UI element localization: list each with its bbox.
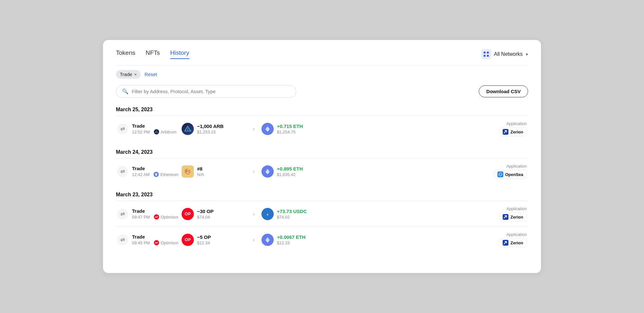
app-label: Application	[506, 121, 527, 126]
col-type: Trade 09:45 PM OPOptimism	[117, 234, 182, 245]
search-input[interactable]	[132, 89, 290, 94]
transactions-container: March 25, 2023 Trade 12:52 PM Arbitrum	[116, 107, 528, 252]
table-row[interactable]: Trade 12:52 PM Arbitrum −1,000 ARB $1,25…	[116, 116, 528, 142]
col-to: $ +73.73 USDC $74.02	[261, 208, 332, 220]
tab-nfts[interactable]: NFTs	[146, 49, 160, 59]
app-badge: Zerion	[499, 238, 527, 247]
tab-divider	[116, 65, 528, 65]
col-to: +0.895 ETH $1,635.42	[261, 165, 332, 178]
arrow-icon: ›	[246, 126, 261, 132]
to-amount: +0.715 ETH	[277, 123, 303, 129]
tx-type: Trade	[132, 208, 178, 214]
app-name: OpenSea	[505, 172, 523, 177]
asset-info: −5 OP $12.34	[197, 234, 211, 245]
svg-text:$: $	[267, 213, 268, 216]
col-type: Trade 12:42 AM Ethereum	[117, 166, 182, 177]
to-amount: +0.0067 ETH	[277, 234, 306, 240]
table-row[interactable]: Trade 09:45 PM OPOptimism OP −5 OP $12.3…	[116, 227, 528, 252]
to-info: +0.715 ETH $1,254.75	[277, 123, 303, 134]
app-label: Application	[506, 232, 527, 237]
svg-marker-4	[155, 131, 158, 133]
col-app: Application OpenSea	[494, 164, 527, 179]
col-from: OP −5 OP $12.34	[182, 234, 246, 246]
app-name: Zerion	[510, 215, 523, 220]
to-usd: $74.02	[277, 215, 307, 220]
to-amount: +0.895 ETH	[277, 166, 303, 171]
col-from: 🎨 #8 N/A	[182, 165, 246, 178]
svg-rect-2	[484, 55, 486, 57]
arrow-icon: ›	[246, 211, 261, 217]
svg-rect-3	[487, 55, 489, 57]
optimism-badge: OP	[154, 240, 159, 245]
zerion-icon	[503, 240, 508, 246]
op-icon: OP	[182, 208, 194, 220]
tx-meta: 09:45 PM OPOptimism	[132, 240, 178, 245]
search-download-row: 🔍 Download CSV	[116, 85, 528, 98]
svg-rect-0	[484, 52, 486, 54]
col-type: Trade 09:47 PM OPOptimism	[117, 208, 182, 220]
from-usd: $12.34	[197, 240, 211, 245]
trade-icon	[117, 209, 128, 220]
main-card: Tokens NFTs History All Networks ▾ Trade…	[103, 40, 541, 273]
tx-network: Arbitrum	[161, 130, 176, 134]
asset-info: −1,000 ARB $1,253.15	[197, 123, 223, 134]
to-amount: +73.73 USDC	[277, 209, 307, 214]
zerion-icon	[503, 214, 508, 220]
tabs-header: Tokens NFTs History All Networks ▾	[116, 49, 528, 59]
to-info: +73.73 USDC $74.02	[277, 209, 307, 220]
trade-icon	[117, 166, 128, 177]
ethereum-badge	[154, 172, 159, 177]
type-info: Trade 12:52 PM Arbitrum	[132, 123, 176, 134]
to-usd: $1,635.42	[277, 172, 303, 177]
app-badge: OpenSea	[494, 170, 527, 179]
to-info: +0.0067 ETH $12.33	[277, 234, 306, 245]
col-type: Trade 12:52 PM Arbitrum	[117, 123, 182, 134]
filter-tag-close[interactable]: ×	[134, 72, 137, 77]
table-row[interactable]: Trade 09:47 PM OPOptimism OP −30 OP $74.…	[116, 201, 528, 227]
to-info: +0.895 ETH $1,635.42	[277, 166, 303, 177]
from-amount: −30 OP	[197, 209, 213, 214]
col-to: +0.0067 ETH $12.33	[261, 234, 332, 246]
tab-tokens[interactable]: Tokens	[116, 49, 135, 59]
tx-meta: 09:47 PM OPOptimism	[132, 214, 178, 220]
search-icon: 🔍	[122, 88, 128, 94]
arb-icon	[182, 123, 194, 135]
chevron-down-icon: ▾	[526, 52, 528, 57]
col-from: OP −30 OP $74.04	[182, 208, 246, 220]
section-2: March 23, 2023 Trade 09:47 PM OPOptimism	[116, 192, 528, 252]
asset-info: −30 OP $74.04	[197, 209, 213, 220]
app-badge: Zerion	[499, 212, 527, 221]
app-name: Zerion	[510, 130, 523, 134]
usdc-icon: $	[261, 208, 274, 220]
tx-type: Trade	[132, 123, 176, 129]
network-label: All Networks	[494, 51, 523, 57]
network-icon	[481, 49, 491, 59]
to-usd: $12.33	[277, 240, 306, 245]
from-amount: −1,000 ARB	[197, 123, 223, 129]
network-selector[interactable]: All Networks ▾	[481, 49, 528, 59]
type-info: Trade 09:45 PM OPOptimism	[132, 234, 178, 245]
app-label: Application	[506, 164, 527, 169]
trade-icon	[117, 234, 128, 245]
tx-meta: 12:42 AM Ethereum	[132, 172, 179, 177]
from-usd: $1,253.15	[197, 130, 223, 134]
app-badge: Zerion	[499, 127, 527, 136]
col-app: Application Zerion	[499, 206, 527, 221]
reset-button[interactable]: Reset	[145, 72, 157, 77]
tx-type: Trade	[132, 166, 179, 171]
arrow-icon: ›	[246, 237, 261, 243]
table-row[interactable]: Trade 12:42 AM Ethereum 🎨 #8 N/A ›	[116, 159, 528, 184]
section-0: March 25, 2023 Trade 12:52 PM Arbitrum	[116, 107, 528, 142]
eth-icon	[261, 123, 274, 135]
type-info: Trade 12:42 AM Ethereum	[132, 166, 179, 177]
tab-history[interactable]: History	[170, 49, 189, 59]
arbitrum-badge	[154, 129, 159, 134]
date-label-0: March 25, 2023	[116, 107, 528, 112]
download-csv-button[interactable]: Download CSV	[479, 85, 528, 97]
arrow-icon: ›	[246, 169, 261, 174]
col-app: Application Zerion	[499, 232, 527, 247]
tx-type: Trade	[132, 234, 178, 240]
search-box: 🔍	[116, 85, 296, 98]
nft-thumb: 🎨	[182, 165, 194, 178]
app-label: Application	[506, 206, 527, 211]
